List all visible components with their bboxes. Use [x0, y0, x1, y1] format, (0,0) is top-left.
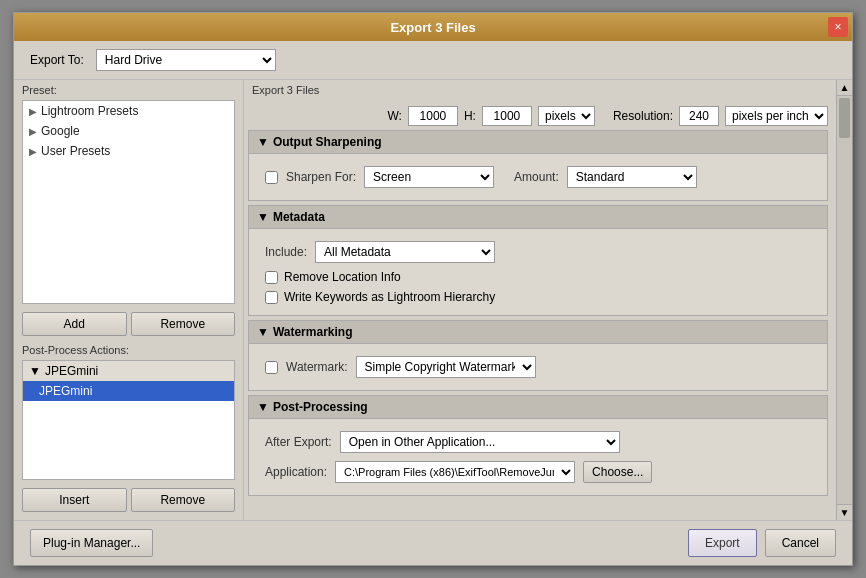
dialog-title: Export 3 Files — [390, 20, 475, 35]
post-buttons: Insert Remove — [14, 484, 243, 520]
write-keywords-checkbox[interactable] — [265, 291, 278, 304]
scroll-up-button[interactable]: ▲ — [837, 80, 852, 96]
resolution-label: Resolution: — [613, 109, 673, 123]
arrow-icon: ▶ — [29, 126, 37, 137]
watermarking-content: Watermark: Simple Copyright Watermark — [248, 343, 828, 391]
close-button[interactable]: × — [828, 17, 848, 37]
collapse-arrow-icon: ▼ — [257, 400, 269, 414]
arrow-icon: ▶ — [29, 106, 37, 117]
export-dialog: Export 3 Files × Export To: Hard Drive P… — [13, 12, 853, 566]
preset-list: ▶ Lightroom Presets ▶ Google ▶ User Pres… — [22, 100, 235, 304]
post-processing-title: Post-Processing — [273, 400, 368, 414]
bottom-bar: Plug-in Manager... Export Cancel — [14, 520, 852, 565]
output-sharpening-title: Output Sharpening — [273, 135, 382, 149]
preset-item-label: Lightroom Presets — [41, 104, 138, 118]
export-to-bar: Export To: Hard Drive — [14, 41, 852, 80]
collapse-arrow-icon: ▼ — [257, 325, 269, 339]
watermark-label: Watermark: — [286, 360, 348, 374]
include-label: Include: — [265, 245, 307, 259]
width-input[interactable] — [408, 106, 458, 126]
include-select[interactable]: All Metadata — [315, 241, 495, 263]
metadata-header[interactable]: ▼ Metadata — [248, 205, 828, 228]
unit-select[interactable]: pixels — [538, 106, 595, 126]
w-label: W: — [388, 109, 402, 123]
preset-label: Preset: — [14, 80, 243, 98]
metadata-content: Include: All Metadata Remove Location In… — [248, 228, 828, 316]
right-scroll-area: W: H: pixels Resolution: pixels per inch — [244, 98, 836, 520]
preset-item-label: User Presets — [41, 144, 110, 158]
h-label: H: — [464, 109, 476, 123]
post-processing-content: After Export: Open in Other Application.… — [248, 418, 828, 496]
remove-location-checkbox[interactable] — [265, 271, 278, 284]
post-process-group[interactable]: ▼ JPEGmini — [23, 361, 234, 381]
post-process-item[interactable]: JPEGmini — [23, 381, 234, 401]
remove-location-label: Remove Location Info — [284, 270, 401, 284]
sharpen-for-select[interactable]: Screen — [364, 166, 494, 188]
output-sharpening-header[interactable]: ▼ Output Sharpening — [248, 130, 828, 153]
post-process-group-label: JPEGmini — [45, 364, 98, 378]
export-to-select[interactable]: Hard Drive — [96, 49, 276, 71]
watermark-select[interactable]: Simple Copyright Watermark — [356, 356, 536, 378]
scroll-down-button[interactable]: ▼ — [837, 504, 852, 520]
post-process-list: ▼ JPEGmini JPEGmini — [22, 360, 235, 480]
export-button[interactable]: Export — [688, 529, 757, 557]
watermarking-header[interactable]: ▼ Watermarking — [248, 320, 828, 343]
title-bar: Export 3 Files × — [14, 13, 852, 41]
preset-item-google[interactable]: ▶ Google — [23, 121, 234, 141]
after-export-select[interactable]: Open in Other Application... — [340, 431, 620, 453]
insert-button[interactable]: Insert — [22, 488, 127, 512]
plugin-manager-button[interactable]: Plug-in Manager... — [30, 529, 153, 557]
collapse-arrow-icon: ▼ — [29, 364, 41, 378]
resolution-input[interactable] — [679, 106, 719, 126]
arrow-icon: ▶ — [29, 146, 37, 157]
collapse-arrow-icon: ▼ — [257, 210, 269, 224]
right-panel: Export 3 Files W: H: pixels Resolution: — [244, 80, 836, 520]
main-content: Preset: ▶ Lightroom Presets ▶ Google ▶ U… — [14, 80, 852, 520]
output-sharpening-content: Sharpen For: Screen Amount: Standard — [248, 153, 828, 201]
cancel-button[interactable]: Cancel — [765, 529, 836, 557]
preset-buttons: Add Remove — [14, 308, 243, 340]
scroll-thumb[interactable] — [839, 98, 850, 138]
right-content-wrapper: Export 3 Files W: H: pixels Resolution: — [244, 80, 852, 520]
preset-item-user[interactable]: ▶ User Presets — [23, 141, 234, 161]
include-row: Include: All Metadata — [265, 237, 811, 267]
resolution-unit-select[interactable]: pixels per inch — [725, 106, 828, 126]
amount-select[interactable]: Standard — [567, 166, 697, 188]
post-processing-header[interactable]: ▼ Post-Processing — [248, 395, 828, 418]
remove-button[interactable]: Remove — [131, 312, 236, 336]
application-select[interactable]: C:\Program Files (x86)\ExifTool\RemoveJu… — [335, 461, 575, 483]
remove2-button[interactable]: Remove — [131, 488, 236, 512]
scrollbar[interactable]: ▲ ▼ — [836, 80, 852, 520]
sharpen-row: Sharpen For: Screen Amount: Standard — [265, 162, 811, 192]
scroll-track — [837, 96, 852, 504]
size-resolution-row: W: H: pixels Resolution: pixels per inch — [248, 102, 828, 130]
write-keywords-label: Write Keywords as Lightroom Hierarchy — [284, 290, 495, 304]
export-to-label: Export To: — [30, 53, 84, 67]
after-export-row: After Export: Open in Other Application.… — [265, 427, 811, 457]
collapse-arrow-icon: ▼ — [257, 135, 269, 149]
choose-button[interactable]: Choose... — [583, 461, 652, 483]
export-files-label: Export 3 Files — [244, 80, 836, 98]
sharpen-checkbox[interactable] — [265, 171, 278, 184]
watermark-row: Watermark: Simple Copyright Watermark — [265, 352, 811, 382]
application-label: Application: — [265, 465, 327, 479]
watermark-checkbox[interactable] — [265, 361, 278, 374]
watermarking-title: Watermarking — [273, 325, 353, 339]
left-panel: Preset: ▶ Lightroom Presets ▶ Google ▶ U… — [14, 80, 244, 520]
amount-label: Amount: — [514, 170, 559, 184]
preset-item-lightroom[interactable]: ▶ Lightroom Presets — [23, 101, 234, 121]
post-process-label: Post-Process Actions: — [14, 340, 243, 358]
write-keywords-row: Write Keywords as Lightroom Hierarchy — [265, 287, 811, 307]
bottom-right-buttons: Export Cancel — [688, 529, 836, 557]
sharpen-for-label: Sharpen For: — [286, 170, 356, 184]
height-input[interactable] — [482, 106, 532, 126]
metadata-title: Metadata — [273, 210, 325, 224]
after-export-label: After Export: — [265, 435, 332, 449]
add-button[interactable]: Add — [22, 312, 127, 336]
preset-item-label: Google — [41, 124, 80, 138]
application-row: Application: C:\Program Files (x86)\Exif… — [265, 457, 811, 487]
remove-location-row: Remove Location Info — [265, 267, 811, 287]
